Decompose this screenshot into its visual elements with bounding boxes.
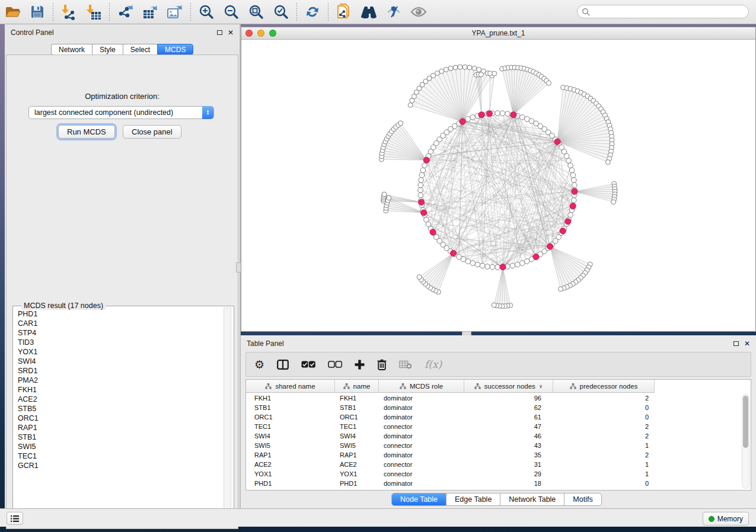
close-panel-icon[interactable]: ✕: [228, 30, 234, 36]
cell-successor_nodes[interactable]: 43: [464, 441, 553, 450]
network-node[interactable]: [418, 188, 423, 193]
network-node[interactable]: [568, 212, 573, 217]
search-box[interactable]: [577, 5, 749, 18]
network-node[interactable]: [495, 111, 500, 116]
import-network-icon[interactable]: [60, 3, 78, 21]
cell-mcds_role[interactable]: connector: [379, 460, 464, 469]
network-node[interactable]: [382, 192, 387, 197]
mcds-result-item[interactable]: YOX1: [18, 347, 225, 357]
float-panel-icon[interactable]: [217, 30, 222, 35]
tab-mcds[interactable]: MCDS: [157, 44, 193, 55]
network-node[interactable]: [419, 172, 425, 178]
network-node[interactable]: [569, 168, 575, 173]
select-all-icon[interactable]: [301, 357, 315, 372]
cell-successor_nodes[interactable]: 31: [464, 460, 553, 469]
network-node[interactable]: [465, 117, 471, 122]
cell-successor_nodes[interactable]: 96: [464, 393, 553, 403]
eye-icon[interactable]: [410, 3, 428, 21]
network-node[interactable]: [559, 287, 563, 291]
node-table[interactable]: shared namenameMCDS rolesuccessor nodes∨…: [245, 379, 751, 491]
cell-successor_nodes[interactable]: 46: [464, 431, 553, 441]
cell-predecessor_nodes[interactable]: 0: [553, 412, 655, 422]
mcds-hub-node[interactable]: [486, 111, 492, 117]
mcds-hub-node[interactable]: [419, 199, 425, 205]
mcds-result-item[interactable]: FKH1: [18, 385, 225, 395]
table-scrollbar-thumb[interactable]: [743, 396, 748, 448]
network-graph[interactable]: [241, 40, 755, 331]
cell-predecessor_nodes[interactable]: 0: [553, 479, 655, 488]
import-table-icon[interactable]: [85, 3, 103, 21]
network-node[interactable]: [546, 81, 551, 85]
table-row[interactable]: PHD1PHD1dominator180: [246, 479, 655, 488]
column-header-successor-nodes[interactable]: successor nodes∨: [464, 380, 553, 393]
network-node[interactable]: [477, 67, 481, 72]
network-node[interactable]: [472, 66, 477, 70]
table-row[interactable]: ACE2ACE2connector311: [246, 460, 655, 469]
tab-node-table[interactable]: Node Table: [392, 493, 446, 505]
cell-shared_name[interactable]: SWI4: [246, 431, 335, 441]
run-mcds-button[interactable]: Run MCDS: [58, 125, 115, 139]
table-row[interactable]: ORC1ORC1dominator610: [246, 412, 655, 422]
cell-name[interactable]: RAP1: [335, 450, 379, 460]
table-row[interactable]: SWI5SWI5connector431: [246, 441, 655, 450]
mcds-hub-node[interactable]: [565, 219, 571, 225]
zoom-selected-icon[interactable]: [272, 3, 290, 21]
cell-name[interactable]: STB1: [335, 403, 379, 412]
mcds-hub-node[interactable]: [511, 112, 516, 118]
table-row[interactable]: STB1STB1dominator620: [246, 403, 655, 412]
network-node[interactable]: [444, 67, 448, 72]
tab-network[interactable]: Network: [51, 44, 92, 55]
table-row[interactable]: YOX1YOX1connector291: [246, 469, 655, 479]
network-node[interactable]: [519, 261, 525, 266]
mcds-hub-node[interactable]: [423, 157, 429, 163]
mcds-result-item[interactable]: TEC1: [18, 451, 225, 461]
function-icon[interactable]: f(x): [425, 357, 442, 372]
column-header-MCDS-role[interactable]: MCDS role: [379, 380, 464, 393]
tab-style[interactable]: Style: [92, 44, 123, 55]
cell-predecessor_nodes[interactable]: 2: [553, 422, 655, 431]
cell-name[interactable]: YOX1: [335, 469, 379, 479]
mcds-hub-node[interactable]: [547, 243, 553, 249]
cell-name[interactable]: FKH1: [335, 393, 379, 403]
table-row[interactable]: SWI4SWI4dominator462: [246, 431, 655, 441]
mcds-result-item[interactable]: PHD1: [18, 309, 225, 319]
network-node[interactable]: [467, 65, 472, 70]
cell-name[interactable]: SWI5: [335, 441, 379, 450]
deselect-all-icon[interactable]: [328, 357, 342, 372]
cell-successor_nodes[interactable]: 47: [464, 422, 553, 431]
cell-successor_nodes[interactable]: 61: [464, 412, 553, 422]
table-row[interactable]: RAP1RAP1dominator352: [246, 450, 655, 460]
network-node[interactable]: [480, 263, 485, 268]
network-node[interactable]: [424, 217, 429, 222]
network-node[interactable]: [490, 264, 495, 270]
cell-name[interactable]: ACE2: [335, 460, 379, 469]
cell-name[interactable]: ORC1: [335, 412, 379, 422]
cell-mcds_role[interactable]: dominator: [379, 412, 464, 422]
export-network-icon[interactable]: [116, 3, 134, 21]
network-node[interactable]: [485, 264, 490, 270]
cell-predecessor_nodes[interactable]: 2: [553, 431, 655, 441]
cell-predecessor_nodes[interactable]: 0: [553, 403, 655, 412]
cell-shared_name[interactable]: PHD1: [246, 479, 335, 488]
mcds-result-item[interactable]: SRD1: [18, 366, 225, 376]
cell-successor_nodes[interactable]: 62: [464, 403, 553, 412]
mcds-hub-node[interactable]: [430, 229, 436, 235]
cell-mcds_role[interactable]: dominator: [379, 403, 464, 412]
save-session-icon[interactable]: [28, 3, 46, 21]
network-node[interactable]: [492, 303, 496, 307]
network-node[interactable]: [605, 160, 610, 165]
mcds-hub-node[interactable]: [554, 139, 560, 145]
memory-button[interactable]: Memory: [703, 512, 749, 525]
tab-network-table[interactable]: Network Table: [500, 493, 564, 505]
network-node[interactable]: [458, 65, 462, 69]
cell-shared_name[interactable]: ORC1: [246, 412, 335, 422]
network-node[interactable]: [470, 115, 476, 120]
cell-successor_nodes[interactable]: 35: [464, 450, 553, 460]
cell-predecessor_nodes[interactable]: 1: [553, 469, 655, 479]
cell-predecessor_nodes[interactable]: 1: [553, 441, 655, 450]
document-network-icon[interactable]: [335, 3, 353, 21]
close-panel-button[interactable]: Close panel: [123, 125, 181, 139]
network-node[interactable]: [510, 263, 515, 268]
network-node[interactable]: [475, 262, 480, 267]
network-node[interactable]: [419, 178, 424, 183]
